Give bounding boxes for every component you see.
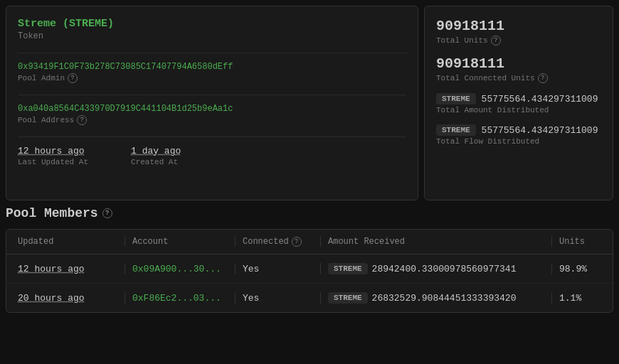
total-connected-units-help-icon[interactable]: ? xyxy=(538,73,548,83)
table-row: 20 hours ago 0xF86Ec2...03... Yes STREME… xyxy=(6,284,613,312)
total-flow-distributed-block: STREME 55775564.434297311009 Total Flow … xyxy=(436,124,601,146)
table-header: Updated Account Connected ? Amount Recei… xyxy=(6,230,613,255)
row1-amount: STREME 28942400.33000978560977341 xyxy=(320,263,551,274)
total-amount-badge: STREME xyxy=(436,93,476,105)
row2-connected: Yes xyxy=(235,293,320,304)
pool-admin-block: 0x93419F1C0F73b278C73085C17407794A6580dE… xyxy=(18,53,406,83)
total-units-label: Total Units ? xyxy=(436,36,601,46)
col-header-updated: Updated xyxy=(18,237,125,247)
row2-amount: STREME 26832529.90844451333393420 xyxy=(320,292,551,304)
total-amount-value: 55775564.434297311009 xyxy=(482,94,598,105)
last-updated-label: Last Updated At xyxy=(18,158,88,166)
time-row: 12 hours ago Last Updated At 1 day ago C… xyxy=(18,136,406,166)
row1-units: 98.9% xyxy=(551,264,601,274)
col-header-account: Account xyxy=(125,237,235,247)
pool-address-help-icon[interactable]: ? xyxy=(77,115,87,125)
pool-admin-help-icon[interactable]: ? xyxy=(68,73,78,83)
pool-address-value: 0xa040a8564C433970D7919C441104B1d25b9eAa… xyxy=(18,104,406,114)
row2-badge: STREME xyxy=(328,292,368,304)
row2-updated[interactable]: 20 hours ago xyxy=(18,293,125,304)
pool-members-title: Pool Members ? xyxy=(6,206,613,220)
pool-members-section: Pool Members ? Updated Account Connected… xyxy=(0,206,619,318)
connected-help-icon[interactable]: ? xyxy=(292,237,302,247)
row2-account[interactable]: 0xF86Ec2...03... xyxy=(125,293,235,304)
pool-address-label: Pool Address ? xyxy=(18,115,406,125)
total-connected-units-label: Total Connected Units ? xyxy=(436,73,601,83)
pool-address-block: 0xa040a8564C433970D7919C441104B1d25b9eAa… xyxy=(18,95,406,125)
total-units-block: 90918111 Total Units ? xyxy=(436,18,601,46)
token-name: Streme (STREME) xyxy=(18,18,406,30)
row1-account[interactable]: 0x09A900...30... xyxy=(125,264,235,274)
table-row: 12 hours ago 0x09A900...30... Yes STREME… xyxy=(6,255,613,284)
col-header-connected: Connected ? xyxy=(235,237,320,247)
pool-members-table: Updated Account Connected ? Amount Recei… xyxy=(6,229,613,313)
created-at-block: 1 day ago Created At xyxy=(131,146,181,166)
col-header-units: Units xyxy=(551,237,601,247)
left-info-panel: Streme (STREME) Token 0x93419F1C0F73b278… xyxy=(6,6,418,200)
total-connected-units-block: 90918111 Total Connected Units ? xyxy=(436,55,601,83)
last-updated-value: 12 hours ago xyxy=(18,146,88,156)
created-at-label: Created At xyxy=(131,158,181,166)
created-at-value: 1 day ago xyxy=(131,146,181,156)
total-connected-units-value: 90918111 xyxy=(436,55,601,72)
total-units-value: 90918111 xyxy=(436,18,601,34)
total-amount-distributed-block: STREME 55775564.434297311009 Total Amoun… xyxy=(436,93,601,114)
row1-updated[interactable]: 12 hours ago xyxy=(18,264,125,274)
token-label: Token xyxy=(18,31,406,41)
right-stats-panel: 90918111 Total Units ? 90918111 Total Co… xyxy=(424,6,613,200)
total-amount-row: STREME 55775564.434297311009 xyxy=(436,93,601,105)
total-flow-value: 55775564.434297311009 xyxy=(482,125,598,136)
row1-connected: Yes xyxy=(235,264,320,274)
row1-amount-value: 28942400.33000978560977341 xyxy=(372,264,517,274)
total-flow-label: Total Flow Distributed xyxy=(436,137,601,146)
pool-members-help-icon[interactable]: ? xyxy=(102,208,112,218)
row2-amount-value: 26832529.90844451333393420 xyxy=(372,293,517,304)
last-updated-block: 12 hours ago Last Updated At xyxy=(18,146,88,166)
row1-badge: STREME xyxy=(328,263,368,274)
col-header-amount: Amount Received xyxy=(320,237,551,247)
row2-units: 1.1% xyxy=(551,293,601,304)
total-amount-label: Total Amount Distributed xyxy=(436,106,601,114)
total-units-help-icon[interactable]: ? xyxy=(491,36,501,46)
total-flow-row: STREME 55775564.434297311009 xyxy=(436,124,601,136)
pool-admin-label: Pool Admin ? xyxy=(18,73,406,83)
total-flow-badge: STREME xyxy=(436,124,476,136)
pool-admin-value: 0x93419F1C0F73b278C73085C17407794A6580dE… xyxy=(18,62,406,72)
